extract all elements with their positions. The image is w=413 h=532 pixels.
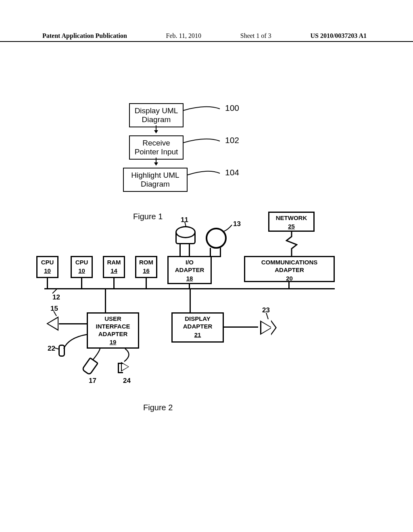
wire-22 (64, 335, 88, 351)
block-rom-num: 16 (137, 267, 155, 275)
block-rom: ROM 16 (135, 256, 157, 278)
flow-step-104-label: Highlight UML Diagram (131, 171, 179, 188)
pub-number: US 2010/0037203 A1 (310, 32, 367, 39)
block-rom-label: ROM (137, 259, 155, 266)
block-cpu1-label: CPU (38, 259, 56, 266)
block-ui-num: 19 (89, 339, 137, 346)
ref-102: 102 (225, 135, 239, 145)
ref-13: 13 (233, 220, 241, 228)
block-ui-label: USER INTERFACE ADAPTER (89, 315, 137, 338)
block-disp-num: 21 (173, 331, 222, 339)
block-io-label: I/O ADAPTER (169, 259, 210, 274)
block-comm: COMMUNICATIONS ADAPTER 20 (244, 256, 335, 282)
block-io-num: 18 (169, 275, 210, 283)
flow-step-100: Display UML Diagram (129, 103, 184, 127)
callout-102 (184, 139, 222, 150)
block-comm-label: COMMUNICATIONS ADAPTER (246, 259, 333, 274)
monitor-icon (260, 320, 272, 335)
callout-13 (224, 225, 234, 232)
block-ram-num: 14 (105, 267, 123, 275)
block-display-adapter: DISPLAY ADAPTER 21 (171, 312, 224, 343)
arrow-1 (156, 125, 156, 133)
keyboard-icon (46, 316, 58, 331)
block-cpu2-num: 10 (73, 267, 91, 275)
ref-100: 100 (225, 103, 239, 113)
pub-date: Feb. 11, 2010 (166, 32, 201, 39)
block-network-num: 25 (270, 223, 313, 231)
block-comm-num: 20 (246, 275, 333, 283)
callout-104 (188, 172, 222, 182)
figure-2: CPU 10 CPU 10 RAM 14 ROM 16 I/O ADAPTER … (36, 210, 343, 391)
figure-2-caption: Figure 2 (143, 403, 173, 412)
page-header: Patent Application Publication Feb. 11, … (0, 32, 413, 42)
block-cpu1: CPU 10 (36, 256, 58, 278)
wire-24 (121, 349, 137, 363)
flow-step-104: Highlight UML Diagram (123, 168, 188, 192)
flow-step-102: Receive Pointer Input (129, 135, 184, 160)
block-cpu2-label: CPU (73, 259, 91, 266)
callout-15 (52, 311, 58, 317)
callout-11 (184, 222, 188, 227)
flow-step-100-label: Display UML Diagram (135, 106, 178, 124)
storage-icon (175, 232, 196, 244)
callout-100 (184, 107, 222, 117)
block-ram-label: RAM (105, 259, 123, 266)
block-io: I/O ADAPTER 18 (167, 256, 212, 284)
block-cpu1-num: 10 (38, 267, 56, 275)
block-cpu2: CPU 10 (71, 256, 93, 278)
block-network-label: NETWORK (270, 214, 313, 222)
wire-17 (93, 349, 105, 361)
pub-label: Patent Application Publication (42, 32, 127, 39)
callout-22 (54, 347, 59, 351)
arrow-2 (156, 158, 156, 165)
network-zigzag-icon (286, 232, 298, 256)
callout-23 (265, 313, 271, 320)
ref-17: 17 (89, 377, 96, 385)
block-network: NETWORK 25 (268, 212, 315, 232)
flow-step-102-label: Receive Pointer Input (135, 139, 178, 156)
ref-24: 24 (123, 377, 131, 385)
block-disp-label: DISPLAY ADAPTER (173, 315, 222, 330)
figure-1: Display UML Diagram 100 Receive Pointer … (129, 103, 274, 216)
block-ui-adapter: USER INTERFACE ADAPTER 19 (87, 312, 139, 349)
callout-12 (52, 289, 58, 294)
block-ram: RAM 14 (103, 256, 125, 278)
ref-104: 104 (225, 168, 239, 177)
sheet-num: Sheet 1 of 3 (240, 32, 271, 39)
ref-12: 12 (52, 293, 60, 301)
